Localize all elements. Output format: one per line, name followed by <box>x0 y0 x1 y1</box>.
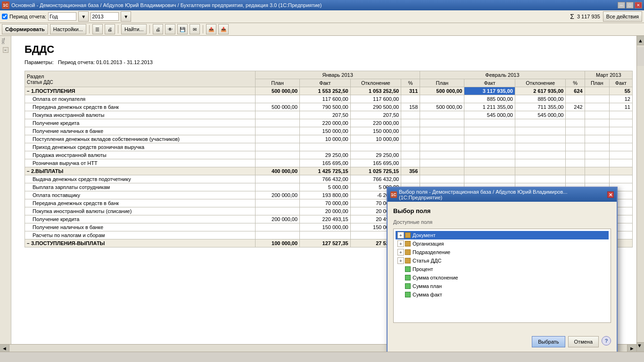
cell-mar-0[interactable] <box>585 103 609 111</box>
cell-jan-3[interactable] <box>401 143 420 151</box>
cell-mar-0[interactable] <box>585 87 609 95</box>
cell-jan-1[interactable]: 1 553 252,50 <box>300 87 351 95</box>
tree-expand-subdivision[interactable]: + <box>397 249 404 255</box>
print-button[interactable]: 🖨 <box>105 24 115 34</box>
window-controls[interactable]: ─ □ ✕ <box>618 2 642 8</box>
cell-jan-1[interactable]: 150 000,00 <box>300 223 351 231</box>
print2-button[interactable]: 🖨 <box>153 24 163 34</box>
tree-item-organization[interactable]: +Организация <box>396 239 609 248</box>
cell-jan-1[interactable]: 29 250,00 <box>300 151 351 159</box>
cell-mar-1[interactable]: 12 <box>609 95 632 103</box>
cell-jan-1[interactable]: 207,50 <box>300 111 351 119</box>
cell-jan-0[interactable] <box>256 151 300 159</box>
minimize-button[interactable]: ─ <box>618 2 625 8</box>
cell-feb-0[interactable]: 500 000,00 <box>420 103 464 111</box>
cell-jan-0[interactable] <box>256 135 300 143</box>
table-row[interactable]: Розничная выручка от НТТ165 695,00165 69… <box>25 159 633 167</box>
help-button[interactable]: ? <box>602 336 611 346</box>
table-row[interactable]: Поступления денежных вкладов собственник… <box>25 135 633 143</box>
table-row[interactable]: Получение кредита220 000,00220 000,00 <box>25 119 633 127</box>
cell-feb-2[interactable] <box>515 175 566 183</box>
toc-toggle[interactable]: − <box>3 47 8 53</box>
cell-jan-0[interactable] <box>256 183 300 191</box>
tree-item-sum_plan[interactable]: Сумма план <box>396 282 609 290</box>
cell-jan-3[interactable] <box>401 127 420 135</box>
cell-mar-1[interactable] <box>609 127 632 135</box>
maximize-button[interactable]: □ <box>626 2 634 8</box>
cell-feb-0[interactable] <box>420 95 464 103</box>
cell-feb-1[interactable] <box>464 135 515 143</box>
cell-feb-1[interactable]: 885 000,00 <box>464 95 515 103</box>
scroll-down-btn[interactable]: ▼ <box>637 342 644 352</box>
cell-mar-1[interactable] <box>609 159 632 167</box>
cell-mar-1[interactable] <box>609 167 632 175</box>
cell-feb-0[interactable] <box>420 135 464 143</box>
cell-feb-1[interactable] <box>464 127 515 135</box>
cell-jan-3[interactable]: 356 <box>401 167 420 175</box>
cell-jan-3[interactable] <box>401 175 420 183</box>
scroll-left-btn[interactable]: ◄ <box>0 345 9 352</box>
cell-mar-1[interactable] <box>609 151 632 159</box>
cell-jan-1[interactable]: 5 000,00 <box>300 183 351 191</box>
cell-mar-1[interactable] <box>609 119 632 127</box>
cell-mar-0[interactable] <box>585 95 609 103</box>
table-row[interactable]: Выдача денежных средств подотчетнику766 … <box>25 175 633 183</box>
cell-mar-0[interactable] <box>585 151 609 159</box>
cell-feb-3[interactable] <box>566 95 585 103</box>
cell-mar-0[interactable] <box>585 159 609 167</box>
cell-jan-3[interactable] <box>401 119 420 127</box>
table-row[interactable]: − 2.ВЫПЛАТЫ400 000,001 425 725,151 025 7… <box>25 167 633 175</box>
cell-feb-2[interactable] <box>515 167 566 175</box>
cell-jan-1[interactable]: 1 425 725,15 <box>300 167 351 175</box>
table-row[interactable]: Покупка иностранной валюты207,50207,5054… <box>25 111 633 119</box>
cell-feb-3[interactable] <box>566 143 585 151</box>
cell-jan-1[interactable]: 220 000,00 <box>300 119 351 127</box>
find-button[interactable]: Найти... <box>121 24 147 34</box>
cell-feb-1[interactable] <box>464 119 515 127</box>
cell-jan-0[interactable] <box>256 159 300 167</box>
cell-feb-3[interactable] <box>566 167 585 175</box>
close-button[interactable]: ✕ <box>635 2 642 8</box>
tree-item-sum_deviation[interactable]: Сумма отклонение <box>396 273 609 282</box>
cell-jan-1[interactable]: 766 432,00 <box>300 175 351 183</box>
cell-jan-3[interactable] <box>401 95 420 103</box>
cell-mar-0[interactable] <box>585 167 609 175</box>
table-row[interactable]: Продажа иностранной валюты29 250,0029 25… <box>25 151 633 159</box>
cell-feb-1[interactable] <box>464 159 515 167</box>
form-button[interactable]: Сформировать <box>2 24 48 34</box>
cell-feb-1[interactable]: 3 117 935,00 <box>464 87 515 95</box>
period-type-input[interactable]: Год <box>48 12 76 21</box>
period-year-input[interactable]: 2013 <box>91 12 119 21</box>
cell-jan-2[interactable]: 766 432,00 <box>350 175 401 183</box>
cell-feb-3[interactable] <box>566 111 585 119</box>
table-row[interactable]: Передача денежных средств в банк500 000,… <box>25 103 633 111</box>
cell-feb-3[interactable] <box>566 159 585 167</box>
print-list-button[interactable]: ☰ <box>92 24 103 34</box>
cell-feb-2[interactable] <box>515 135 566 143</box>
cell-mar-1[interactable] <box>609 175 632 183</box>
preview-button[interactable]: 👁 <box>165 24 175 34</box>
cell-jan-0[interactable] <box>256 127 300 135</box>
cell-jan-2[interactable]: 1 025 725,15 <box>350 167 401 175</box>
tree-item-dds_article[interactable]: +Статья ДДС <box>396 256 609 265</box>
cell-jan-2[interactable]: 165 695,00 <box>350 159 401 167</box>
cell-jan-2[interactable]: 29 250,00 <box>350 151 401 159</box>
period-year-dropdown[interactable]: ▼ <box>121 11 131 22</box>
cell-jan-1[interactable]: 117 600,00 <box>300 95 351 103</box>
cell-jan-1[interactable] <box>300 231 351 239</box>
cell-feb-3[interactable]: 242 <box>566 103 585 111</box>
settings-button[interactable]: Настройки... <box>50 24 86 34</box>
cell-feb-2[interactable] <box>515 143 566 151</box>
select-button[interactable]: Выбрать <box>532 336 565 347</box>
cell-feb-2[interactable] <box>515 119 566 127</box>
cell-feb-0[interactable] <box>420 119 464 127</box>
cell-jan-2[interactable] <box>350 143 401 151</box>
cell-jan-2[interactable]: 290 500,00 <box>350 103 401 111</box>
cell-mar-1[interactable] <box>609 111 632 119</box>
cell-jan-2[interactable]: 117 600,00 <box>350 95 401 103</box>
tree-item-percent[interactable]: Процент <box>396 265 609 273</box>
cell-jan-1[interactable]: 150 000,00 <box>300 127 351 135</box>
cell-feb-0[interactable] <box>420 175 464 183</box>
cell-feb-0[interactable] <box>420 159 464 167</box>
cell-mar-1[interactable]: 11 <box>609 103 632 111</box>
